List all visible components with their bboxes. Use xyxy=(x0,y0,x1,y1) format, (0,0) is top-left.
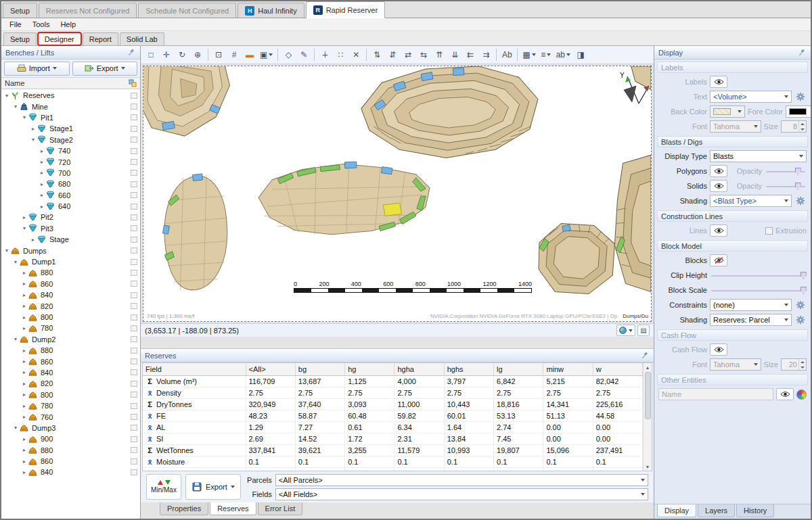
expander-right-icon[interactable]: ▸ xyxy=(38,204,46,210)
row-options-icon[interactable] xyxy=(131,192,137,198)
tree-item-pit1[interactable]: ▾Pit1 xyxy=(1,112,140,123)
row-options-icon[interactable] xyxy=(131,469,137,475)
display-type-dropdown[interactable]: Blasts xyxy=(710,150,807,162)
expander-right-icon[interactable]: ▸ xyxy=(20,214,28,220)
parcels-dropdown[interactable]: <All Parcels> xyxy=(275,474,648,486)
tab-setup[interactable]: Setup xyxy=(3,32,37,45)
tab-layers[interactable]: Layers xyxy=(698,504,735,517)
row-options-icon[interactable] xyxy=(131,225,137,231)
table-view-tool[interactable]: ▦ xyxy=(520,47,537,62)
row-options-icon[interactable] xyxy=(131,314,137,321)
measure-tool[interactable]: ▬ xyxy=(242,47,257,62)
block-scale-slider[interactable] xyxy=(710,285,807,295)
tree-item-860[interactable]: ▸860 xyxy=(1,279,140,289)
tree-item-780[interactable]: ▸780 xyxy=(1,400,140,411)
expander-right-icon[interactable]: ▸ xyxy=(38,192,46,198)
menu-tools[interactable]: Tools xyxy=(27,19,55,30)
expander-right-icon[interactable]: ▸ xyxy=(20,458,28,465)
tree-item-840[interactable]: ▸840 xyxy=(1,367,140,378)
tree-item-720[interactable]: ▸720 xyxy=(1,156,140,167)
row-options-icon[interactable] xyxy=(131,303,137,309)
row-options-icon[interactable] xyxy=(131,425,137,431)
table-row[interactable]: ΣWetTonnes337,84139,6213,25511,57910,993… xyxy=(143,444,643,456)
expander-right-icon[interactable]: ▸ xyxy=(20,369,28,375)
block-shading-settings-icon[interactable] xyxy=(794,314,807,326)
clip-height-slider[interactable] xyxy=(710,270,807,280)
row-options-icon[interactable] xyxy=(131,204,137,210)
window-tab-setup[interactable]: Setup xyxy=(3,3,37,18)
splitter[interactable] xyxy=(141,337,654,348)
lines-visibility-toggle[interactable] xyxy=(710,224,727,237)
scroll-up-icon[interactable]: ▲ xyxy=(644,363,652,371)
expander-down-icon[interactable]: ▾ xyxy=(20,114,28,120)
expander-right-icon[interactable]: ▸ xyxy=(20,325,28,331)
fit-view-tool[interactable]: ⊡ xyxy=(211,47,226,62)
expander-right-icon[interactable]: ▸ xyxy=(20,292,28,298)
vertex-move-tool[interactable]: ∷ xyxy=(333,47,348,62)
cash-flow-visibility-toggle[interactable] xyxy=(710,344,727,356)
export-button[interactable]: Export xyxy=(72,62,138,76)
pin-icon[interactable] xyxy=(797,48,807,57)
tree-item-680[interactable]: ▸680 xyxy=(1,179,140,189)
shift-right-tool[interactable]: ⇉ xyxy=(478,47,493,62)
row-options-icon[interactable] xyxy=(131,247,137,254)
row-options-icon[interactable] xyxy=(131,325,137,331)
constraints-settings-icon[interactable] xyxy=(794,299,807,311)
blocks-visibility-toggle[interactable] xyxy=(710,254,727,266)
tree-item-780[interactable]: ▸780 xyxy=(1,323,140,333)
screenshot-tool[interactable]: ▣ xyxy=(258,47,275,62)
tab-designer[interactable]: Designer xyxy=(38,32,81,45)
snap-up-tool[interactable]: ⇅ xyxy=(369,47,384,62)
blast-shading-settings-icon[interactable] xyxy=(794,195,807,207)
expander-right-icon[interactable]: ▸ xyxy=(20,469,28,475)
row-options-icon[interactable] xyxy=(131,403,137,409)
label-text-settings-icon[interactable] xyxy=(794,91,807,103)
expander-right-icon[interactable]: ▸ xyxy=(38,148,46,154)
table-row[interactable]: ΣVolume (m³)116,70913,6871,1254,0003,797… xyxy=(143,375,643,387)
row-options-icon[interactable] xyxy=(131,181,137,187)
slider-thumb[interactable] xyxy=(795,168,801,175)
tree-item-820[interactable]: ▸820 xyxy=(1,300,140,311)
pencil-tool[interactable]: ✎ xyxy=(296,47,311,62)
tree-item-800[interactable]: ▸800 xyxy=(1,389,140,400)
lower-bench-tool[interactable]: ⇊ xyxy=(447,47,462,62)
slider-thumb[interactable] xyxy=(795,183,801,190)
tree-item-stage[interactable]: ▸Stage xyxy=(1,234,140,245)
expander-right-icon[interactable]: ▸ xyxy=(20,314,28,321)
cash-flow-font-dropdown[interactable]: Tahoma xyxy=(710,358,761,371)
window-tab-rapid-reserver[interactable]: RRapid Reserver xyxy=(306,1,385,18)
entity-name-field[interactable]: Name xyxy=(658,388,773,400)
pan-tool[interactable]: ✛ xyxy=(159,47,174,62)
tab-history[interactable]: History xyxy=(736,504,774,517)
expander-right-icon[interactable]: ▸ xyxy=(38,170,46,176)
expander-right-icon[interactable]: ▸ xyxy=(20,270,28,276)
view-globe-button[interactable] xyxy=(616,325,635,336)
window-tab-haul-infinity[interactable]: HHaul Infinity xyxy=(238,3,304,18)
minmax-button[interactable]: Min/Max xyxy=(146,474,181,500)
row-options-icon[interactable] xyxy=(131,381,137,387)
snap-down-tool[interactable]: ⇵ xyxy=(385,47,400,62)
polygons-visibility-toggle[interactable] xyxy=(710,165,727,177)
tree-item-dump2[interactable]: ▾Dump2 xyxy=(1,334,140,345)
tab-reserves[interactable]: Reserves xyxy=(210,502,256,515)
expander-down-icon[interactable]: ▾ xyxy=(3,93,11,99)
column-header-lg[interactable]: lg xyxy=(494,363,543,375)
scroll-down-icon[interactable]: ▼ xyxy=(644,463,652,471)
labels-visibility-toggle[interactable] xyxy=(710,76,727,88)
row-options-icon[interactable] xyxy=(131,170,137,176)
import-button[interactable]: Import xyxy=(4,62,70,76)
tree-item-760[interactable]: ▸760 xyxy=(1,411,140,422)
expander-down-icon[interactable]: ▾ xyxy=(12,103,20,110)
expander-right-icon[interactable]: ▸ xyxy=(20,381,28,387)
expander-right-icon[interactable]: ▸ xyxy=(20,281,28,287)
window-tab-schedule-not-configured[interactable]: Schedule Not Configured xyxy=(138,3,236,18)
vertex-delete-tool[interactable]: ✕ xyxy=(348,47,363,62)
tree-item-stage1[interactable]: ▸Stage1 xyxy=(1,123,140,134)
expander-right-icon[interactable]: ▸ xyxy=(20,348,28,354)
expander-down-icon[interactable]: ▾ xyxy=(12,425,20,431)
expander-down-icon[interactable]: ▾ xyxy=(12,336,20,342)
tree-item-660[interactable]: ▸660 xyxy=(1,190,140,201)
row-options-icon[interactable] xyxy=(131,259,137,265)
tree-item-840[interactable]: ▸840 xyxy=(1,467,140,477)
menu-help[interactable]: Help xyxy=(55,19,81,30)
